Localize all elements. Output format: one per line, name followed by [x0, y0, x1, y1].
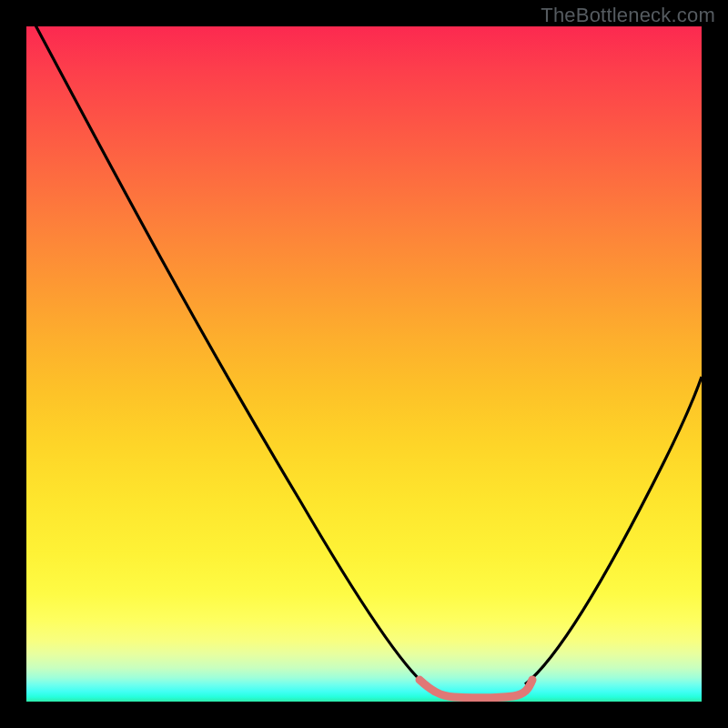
optimal-band [420, 680, 532, 698]
plot-area [26, 26, 702, 702]
curve-layer [26, 26, 702, 702]
bottleneck-curve-left [26, 26, 427, 686]
watermark-text: TheBottleneck.com [541, 4, 715, 27]
chart-frame: TheBottleneck.com [0, 0, 728, 728]
bottleneck-curve-right [525, 377, 702, 684]
